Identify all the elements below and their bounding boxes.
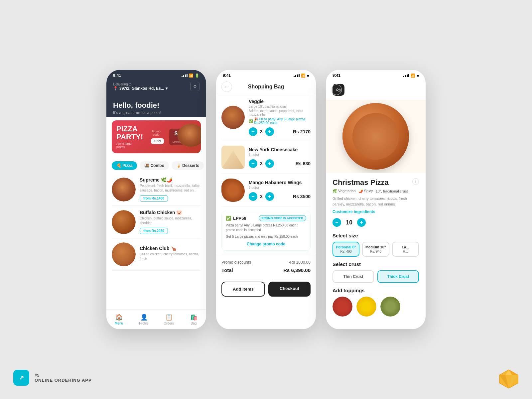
product-minus[interactable]: − [332, 218, 341, 227]
wings-qty: 3 [260, 194, 263, 199]
cat-desserts[interactable]: 🍦 Desserts [172, 161, 204, 170]
cat-combo[interactable]: 🍱 Combo [140, 161, 169, 170]
veggie-minus[interactable]: − [249, 127, 257, 136]
pizza-topping-layer [352, 113, 399, 160]
bar4-3 [408, 74, 409, 77]
bar4 [187, 74, 188, 77]
sauce-img [332, 297, 352, 317]
discount-value: -Rs 1000.00 [289, 260, 311, 265]
pizza-base-layer [342, 103, 409, 170]
topping-sauce[interactable] [332, 297, 352, 317]
signal-bars-1 [182, 74, 188, 77]
back-button-3[interactable]: ← [331, 84, 342, 95]
christmas-pizza-img [342, 103, 409, 170]
total-row: Total Rs 6,390.00 [221, 267, 311, 273]
battery-icon-1: 🔋 [195, 73, 200, 78]
size-personal[interactable]: Personal 8" Rs. 490 [332, 242, 359, 257]
promo-title: PIZZAPARTY! [116, 125, 143, 141]
topping-pineapple[interactable] [356, 297, 376, 317]
time-2: 9:41 [223, 73, 231, 78]
promo-code-area: Promo code 1099 [148, 130, 164, 144]
cheesecake-minus[interactable]: − [249, 159, 257, 168]
customize-link[interactable]: Customize ingredients [332, 209, 419, 214]
cheesecake-plus[interactable]: + [265, 159, 274, 168]
wings-desc: 7 pc(s) [249, 186, 311, 190]
pineapple-visual [356, 297, 376, 317]
info-icon[interactable]: i [412, 178, 419, 185]
buffalo-visual [112, 210, 136, 234]
checkout-button[interactable]: Checkout [268, 282, 311, 297]
size-medium[interactable]: Medium 10" Rs. 940 [362, 242, 389, 257]
nav-menu[interactable]: 🏠 Menu [106, 314, 131, 325]
back-button-2[interactable]: ← [221, 81, 232, 92]
nav-orders[interactable]: 📋 Orders [156, 314, 181, 325]
chicken-desc: Grilled chicken, cherry tomatoes, ricott… [140, 252, 201, 261]
address-text: 397/2, Glankos Rd, Es... [119, 86, 164, 91]
cart-items-list: Veggie Large 10", traditional crust Adde… [216, 94, 316, 207]
veggie-plus[interactable]: + [265, 127, 274, 136]
add-items-button[interactable]: Add items [221, 282, 265, 297]
sketch-icon [499, 369, 519, 389]
change-promo-button[interactable]: Change promo code [226, 242, 306, 246]
toppings-label: Add toppings [332, 288, 419, 293]
veggie-img [221, 106, 245, 129]
phone-screen-2: 9:41 📶 ■ ← Shopping Bag [216, 70, 316, 329]
crust-thin[interactable]: Thin Crust [332, 270, 374, 283]
food-item-supreme[interactable]: Supreme 🌿🌶️ Pepperoni, fresh basil, mozz… [112, 173, 201, 206]
bag-icon: 🛍️ [190, 314, 198, 321]
nav-profile[interactable]: 👤 Profile [131, 314, 156, 325]
buffalo-name: Buffalo Chicken 🐷 [140, 210, 201, 215]
greeting-subtitle: It's a great time for a pizza! [113, 110, 200, 115]
promo-pizza-img [178, 124, 201, 147]
tag-size-crust: 10", traditional crust [376, 189, 408, 193]
topping-spot-1 [362, 120, 372, 130]
orders-label: Orders [164, 322, 174, 325]
crust-label: Select crust [332, 261, 419, 267]
size-large[interactable]: La... R... [392, 242, 419, 257]
supreme-visual [112, 178, 136, 201]
promo-check-2: ✅ [226, 216, 231, 221]
size-section: Select size Personal 8" Rs. 490 Medium 1… [332, 233, 419, 257]
size-personal-name: Personal 8" [335, 245, 357, 249]
bar1-3 [403, 76, 404, 77]
cheesecake-visual [221, 151, 245, 169]
size-personal-price: Rs. 490 [335, 250, 357, 253]
size-large-name: La... [395, 245, 416, 249]
topping-olives[interactable] [380, 297, 400, 317]
total-value: Rs 6,390.00 [283, 267, 311, 273]
bar2-3 [405, 75, 406, 77]
cheesecake-info: New York Cheesecake 1 pc(s) − 3 + Rs 630 [249, 147, 311, 168]
product-tags: 🌿 Vegetarian 🌶️ Spicy 10", traditional c… [332, 189, 419, 193]
wings-info: Mango Habanero Wings 7 pc(s) − 3 + Rs 35… [249, 180, 311, 201]
nav-bag[interactable]: 🛍️ Bag [181, 314, 206, 325]
status-bar-3: 9:41 📶 ■ [326, 70, 426, 80]
cheesecake-price: Rs 630 [296, 161, 311, 166]
food-item-chicken[interactable]: Chicken Club 🍗 Grilled chicken, cherry t… [112, 238, 201, 271]
promo-banner[interactable]: PIZZAPARTY! Any 5 largepizzas Promo code… [112, 120, 201, 153]
crust-thick[interactable]: Thick Crust [377, 270, 419, 283]
screen1-body: 🍕 Pizza 🍱 Combo 🍦 Desserts 🍹 Dri... Supr… [106, 157, 206, 291]
battery-icon-3: ■ [417, 73, 419, 77]
product-plus[interactable]: + [357, 218, 366, 227]
dropdown-icon: ▾ [166, 86, 168, 91]
wings-plus[interactable]: + [265, 192, 274, 201]
supreme-price[interactable]: from Rs.1400 [140, 195, 168, 201]
battery-icon-2: ■ [307, 73, 309, 77]
cat-pizza[interactable]: 🍕 Pizza [112, 161, 137, 170]
wings-minus[interactable]: − [249, 192, 257, 201]
greeting-hello: Hello, [113, 101, 133, 109]
home-icon: 🏠 [115, 314, 123, 321]
veggie-info: Veggie Large 10", traditional crust Adde… [249, 99, 311, 136]
phone-screen-3: 9:41 📶 ■ ← 🛍 [326, 70, 426, 329]
total-label: Total [221, 267, 233, 273]
promo-accepted-badge: PROMO CODE IS ACCEPTED [259, 215, 306, 221]
filter-button[interactable]: ⚙ [190, 82, 200, 91]
buffalo-price[interactable]: from Rs.2050 [140, 228, 168, 234]
promo-any: Any 5 largepizzas [116, 142, 143, 149]
crust-options: Thin Crust Thick Crust [332, 270, 419, 283]
address-row[interactable]: 📍 397/2, Glankos Rd, Es... ▾ [113, 86, 168, 91]
sauce-visual [332, 297, 352, 317]
food-item-buffalo[interactable]: Buffalo Chicken 🐷 Chicken, buffalo sauce… [112, 206, 201, 238]
size-options: Personal 8" Rs. 490 Medium 10" Rs. 940 L… [332, 242, 419, 257]
chicken-visual [112, 242, 136, 266]
